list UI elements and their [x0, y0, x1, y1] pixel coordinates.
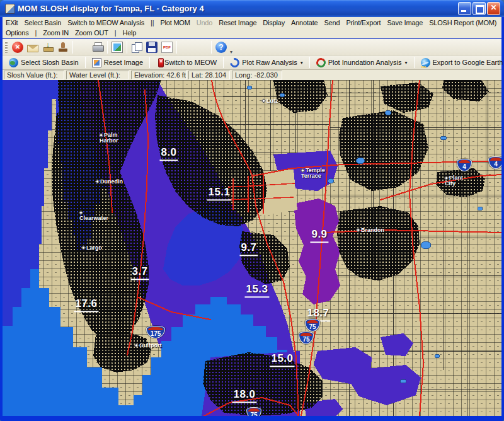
exit-icon [12, 42, 23, 53]
menu-item-plot-mom[interactable]: Plot MOM [157, 19, 193, 26]
menu-item-annotate[interactable]: Annotate [288, 19, 321, 26]
action-button-label: Select Slosh Basin [21, 59, 79, 66]
status-segment-lat: Lat: 28.104 [188, 71, 230, 79]
copy-icon [131, 42, 142, 53]
status-segment-slosh-value-ft: Slosh Value (ft.): [4, 71, 64, 79]
menu-item-slosh-report-mom[interactable]: SLOSH Report (MOM) [426, 19, 500, 26]
action-button-plot-raw-analysis[interactable]: Plot Raw Analysis▾ [226, 57, 306, 69]
toolbar-overflow-caret[interactable]: ▾ [230, 49, 232, 55]
menu-item-print-export[interactable]: Print/Export [343, 19, 384, 26]
menu-item-send[interactable]: Send [321, 19, 343, 26]
toolbar-separator [223, 57, 224, 68]
menu-item-zoom-in[interactable]: Zoom IN [40, 29, 72, 37]
toolbar-button-save-icon[interactable] [144, 40, 159, 54]
toolbar-button-help-icon[interactable] [214, 40, 229, 54]
action-toolbar: Select Slosh BasinReset ImageSwitch to M… [3, 55, 501, 70]
globe-icon [9, 58, 18, 67]
action-button-reset-image[interactable]: Reset Image [88, 57, 147, 69]
toolbar-separator [85, 57, 86, 68]
import-icon [42, 42, 54, 53]
action-button-label: Plot Inundation Analysis [328, 59, 402, 66]
toolbar-button-zoom-in-icon[interactable] [179, 40, 194, 54]
toolbar-button-exit-icon[interactable] [10, 40, 25, 54]
menu-item-zoom-out[interactable]: Zoom OUT [72, 29, 112, 37]
status-segment-long: Long: -82.030 [232, 71, 282, 79]
toolbar-button-email-icon[interactable] [25, 40, 40, 54]
menu-bar-row-2: Options|Zoom INZoom OUT|Help [3, 28, 501, 38]
app-icon [5, 4, 15, 14]
toolbar-button-stamp-icon[interactable] [55, 40, 71, 54]
save-image-icon [77, 42, 88, 53]
toolbar-button-zoom-out-icon[interactable] [194, 40, 209, 54]
action-button-label: Reset Image [104, 59, 143, 66]
dropdown-caret-icon[interactable]: ▾ [301, 60, 303, 66]
menu-item-undo[interactable]: Undo [193, 19, 216, 26]
save-icon [146, 42, 158, 53]
inundation-icon [315, 57, 326, 68]
menu-item-select-basin[interactable]: Select Basin [21, 19, 64, 26]
meow-icon [158, 58, 164, 67]
toolbar-grip[interactable] [5, 42, 8, 53]
slosh-map-canvas[interactable] [3, 80, 501, 416]
email-icon [27, 45, 38, 52]
picture-icon [112, 42, 123, 53]
action-button-switch-to-meow[interactable]: Switch to MEOW [152, 57, 220, 69]
zoom-out-icon [196, 42, 207, 53]
toolbar-separator [72, 41, 73, 54]
toolbar-button-copy-icon[interactable] [129, 40, 144, 54]
window-title: MOM SLOSH display for Tampa, FL - Catego… [18, 4, 457, 13]
close-button[interactable] [487, 2, 500, 15]
toolbar-separator [176, 41, 177, 54]
menu-item-options[interactable]: Options [3, 29, 32, 37]
toolbar-button-print-icon[interactable] [90, 40, 105, 54]
menu-bar-row-1: EXitSelect BasinSwitch to MEOW Analysis|… [3, 17, 501, 28]
raw-analysis-icon [228, 56, 241, 69]
menu-item-display[interactable]: Display [260, 19, 288, 26]
google-earth-icon [421, 58, 430, 67]
menu-item-switch-to-meow-analysis[interactable]: Switch to MEOW Analysis [64, 19, 147, 26]
zoom-in-icon [181, 42, 192, 53]
slosh-map[interactable]: 8.015.19.79.93.717.615.318.715.018.0Palm… [3, 80, 501, 416]
action-button-label: Export to Google Earth [433, 59, 503, 66]
menu-item-reset-image[interactable]: Reset Image [215, 19, 260, 26]
toolbar-separator [309, 57, 310, 68]
reset-image-icon [92, 58, 101, 67]
dropdown-caret-icon[interactable]: ▾ [404, 60, 407, 66]
toolbar-button-import-icon[interactable] [40, 40, 55, 54]
maximize-button[interactable] [472, 2, 486, 15]
menu-item-save-image[interactable]: Save Image [384, 19, 426, 26]
help-icon [215, 42, 227, 53]
toolbar-separator [127, 41, 127, 54]
menu-separator: | [32, 29, 40, 37]
pdf-icon [161, 42, 173, 53]
menu-separator: || [147, 19, 157, 26]
action-button-select-slosh-basin[interactable]: Select Slosh Basin [5, 57, 83, 69]
toolbar-button-picture-icon[interactable] [110, 40, 125, 54]
app-window: MOM SLOSH display for Tampa, FL - Catego… [0, 0, 504, 421]
title-bar[interactable]: MOM SLOSH display for Tampa, FL - Catego… [0, 0, 504, 17]
action-button-export-to-google-earth[interactable]: Export to Google Earth▾ [417, 57, 504, 69]
toolbar-button-pdf-icon[interactable] [159, 40, 175, 54]
print-icon [92, 42, 103, 54]
action-button-label: Switch to MEOW [164, 59, 217, 66]
status-bar: Slosh Value (ft.):Water Level (ft.):Elev… [3, 70, 501, 80]
menu-separator: | [112, 29, 120, 37]
toolbar-separator [414, 57, 415, 68]
toolbar-button-save-image-icon[interactable] [75, 40, 90, 54]
action-button-label: Plot Raw Analysis [242, 59, 297, 66]
status-segment-water-level-ft: Water Level (ft.): [66, 71, 129, 79]
status-segment-elevation: Elevation: 42.6 ft. [131, 71, 186, 79]
menu-item-exit[interactable]: EXit [3, 19, 21, 26]
stamp-icon [57, 42, 69, 53]
menu-item-help[interactable]: Help [119, 29, 139, 37]
icon-toolbar: ▾ [3, 39, 501, 55]
toolbar-separator [149, 57, 150, 68]
minimize-button[interactable] [458, 2, 471, 15]
toolbar-separator [211, 41, 212, 54]
toolbar-separator [107, 41, 108, 54]
action-button-plot-inundation-analysis[interactable]: Plot Inundation Analysis▾ [312, 57, 411, 69]
